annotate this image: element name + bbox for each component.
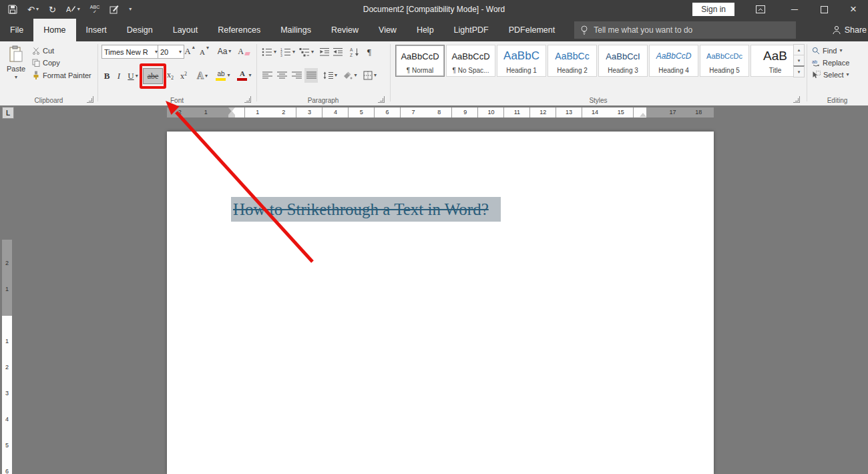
style-card[interactable]: AaBbCcD Heading 4 [649,45,698,77]
horizontal-ruler[interactable]: 211234567891011121314151718 [167,107,714,117]
font-size-caret[interactable]: ▾ [179,49,182,55]
superscript-button[interactable]: x2 [178,68,190,83]
ribbon-tab[interactable]: PDFelement [499,19,565,41]
italic-button[interactable]: I [114,68,124,83]
align-center-button[interactable] [275,68,288,83]
find-caret[interactable]: ▾ [839,48,842,53]
close-button[interactable]: × [839,0,868,19]
align-left-button[interactable] [260,68,274,83]
change-case-button[interactable]: Aa▾ [215,45,234,58]
cut-button[interactable]: Cut [32,47,54,55]
bullets-button[interactable]: ▾ [260,45,278,59]
clipboard-dialog-launcher[interactable] [87,96,93,103]
underline-button[interactable]: U▾ [125,68,141,83]
highlight-color-button[interactable]: ab ▾ [214,67,232,83]
font-dialog-launcher[interactable] [244,96,251,103]
text-effects-caret[interactable]: ▾ [205,73,208,79]
ribbon-tab[interactable]: Home [33,19,75,41]
shrink-font-button[interactable]: A▾ [198,45,211,59]
underline-caret[interactable]: ▾ [136,73,138,79]
ink-editor-button[interactable]: A ▾ [66,5,80,14]
vertical-ruler[interactable]: 2112345678910 [2,240,12,474]
style-card[interactable]: AaBbCcD ¶ Normal [395,45,445,77]
shading-caret[interactable]: ▾ [354,73,357,78]
multilevel-list-button[interactable]: ▾ [298,45,315,59]
decrease-indent-button[interactable] [318,45,331,59]
text-effects-button[interactable]: A▾ [194,68,211,83]
ribbon-tab[interactable]: References [208,19,270,41]
edit-document-button[interactable] [110,5,119,14]
undo-button[interactable]: ↶▾ [27,5,39,14]
numbering-button[interactable]: 123 ▾ [279,45,296,59]
strikethrough-button[interactable]: abe [143,68,163,84]
font-color-button[interactable]: A ▾ [235,67,254,83]
styles-scroll-up-button[interactable]: ▴ [793,44,805,55]
document-page[interactable]: How to Strikethrough a Text in Word? [167,132,714,474]
ribbon-tab[interactable]: Insert [76,19,117,41]
redo-button[interactable]: ↻ [49,5,56,14]
style-card[interactable]: AaB Title [750,45,800,77]
change-case-caret[interactable]: ▾ [228,49,231,54]
increase-indent-button[interactable] [331,45,345,59]
bullets-caret[interactable]: ▾ [274,49,276,55]
ribbon-tab[interactable]: View [369,19,407,41]
style-card[interactable]: AaBbCcDc Heading 5 [700,45,749,77]
share-button[interactable]: Share [832,19,867,41]
sort-button[interactable]: AZ [347,45,362,59]
sign-in-button[interactable]: Sign in [692,3,734,16]
styles-dialog-launcher[interactable] [793,96,800,103]
ribbon-tab[interactable]: Review [321,19,369,41]
ribbon-tab[interactable]: Design [117,19,163,41]
highlight-caret[interactable]: ▾ [227,73,230,78]
format-painter-button[interactable]: Format Painter [32,71,91,79]
borders-button[interactable]: ▾ [361,68,379,83]
font-family-combobox[interactable]: Times New R▾ [101,45,160,59]
subscript-button[interactable]: x2 [164,68,176,83]
select-caret[interactable]: ▾ [847,72,849,77]
undo-dropdown-caret[interactable]: ▾ [36,7,39,12]
ink-dropdown-caret[interactable]: ▾ [77,7,80,12]
styles-scroll-down-button[interactable]: ▾ [793,55,805,66]
maximize-button[interactable] [809,0,839,19]
grow-font-button[interactable]: A▴ [183,45,196,58]
ribbon-tab[interactable]: File [0,19,33,41]
style-card[interactable]: AaBbCcI Heading 3 [598,45,648,77]
borders-caret[interactable]: ▾ [374,73,377,78]
ribbon-display-options-button[interactable] [750,0,771,19]
numbering-caret[interactable]: ▾ [292,49,295,55]
style-card[interactable]: AaBbCcD ¶ No Spac... [446,45,495,77]
show-paragraph-marks-button[interactable]: ¶ [363,45,375,59]
document-heading-selected-text[interactable]: How to Strikethrough a Text in Word? [231,197,501,222]
justify-button[interactable] [304,68,318,83]
font-color-caret[interactable]: ▾ [248,73,251,78]
line-spacing-button[interactable]: ▾ [320,68,339,83]
find-button[interactable]: Find ▾ [812,47,842,55]
ribbon-tab[interactable]: LightPDF [444,19,499,41]
right-indent-marker[interactable] [640,113,646,117]
tell-me-search[interactable]: Tell me what you want to do [574,21,796,39]
left-indent-marker[interactable] [228,115,235,117]
paste-button[interactable]: Paste ▾ [3,43,29,95]
tab-stop-selector[interactable]: L [2,107,14,119]
style-card[interactable]: AaBbC Heading 1 [497,45,546,77]
ribbon-tab[interactable]: Mailings [270,19,321,41]
bold-button[interactable]: B [101,68,113,83]
qat-customize-button[interactable]: ▾ [129,7,132,12]
paste-dropdown-caret[interactable]: ▾ [15,75,17,80]
copy-button[interactable]: Copy [32,59,60,67]
minimize-button[interactable]: ─ [780,0,809,19]
paragraph-dialog-launcher[interactable] [378,96,385,103]
ribbon-tab[interactable]: Help [407,19,444,41]
clear-formatting-button[interactable]: A [236,45,251,58]
ribbon-tab[interactable]: Layout [163,19,208,41]
styles-more-button[interactable]: ▾ [793,65,805,77]
style-card[interactable]: AaBbCc Heading 2 [548,45,597,77]
replace-button[interactable]: ab Replace [812,59,849,67]
multilevel-caret[interactable]: ▾ [311,49,314,55]
shading-button[interactable]: ▾ [341,68,359,83]
save-button[interactable] [8,5,17,14]
line-spacing-caret[interactable]: ▾ [335,73,337,78]
select-button[interactable]: Select ▾ [812,71,849,79]
spelling-button[interactable]: ABC✓ [90,5,99,14]
align-right-button[interactable] [290,68,303,83]
